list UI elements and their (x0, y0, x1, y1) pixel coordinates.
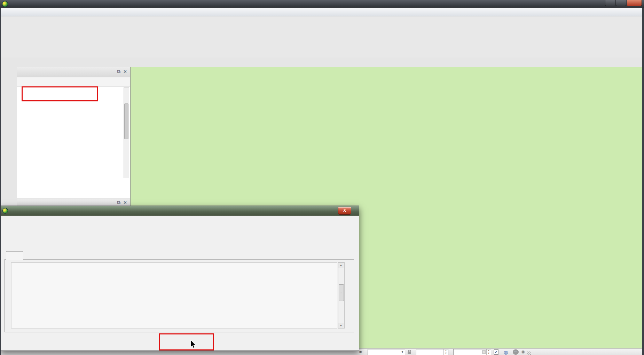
magnifier-input[interactable]: ▲▼ (416, 349, 448, 355)
spinner-icon[interactable]: ▲▼ (443, 349, 448, 355)
maximize-button[interactable] (616, 0, 626, 6)
float-panel-icon[interactable]: ⧉ (117, 200, 120, 206)
close-window-button[interactable] (627, 0, 642, 6)
news-icon[interactable]: ✺ (521, 349, 525, 355)
window-titlebar (0, 0, 644, 8)
scroll-down-icon[interactable]: ▼ (338, 323, 344, 328)
annotation-box-select-button (159, 333, 214, 350)
toolbar-area (1, 16, 642, 57)
tab-baum[interactable] (6, 251, 23, 260)
scroll-up-icon[interactable]: ▲ (338, 263, 344, 268)
window-border-right (642, 8, 644, 355)
menubar (1, 8, 642, 16)
resize-grip[interactable] (527, 352, 531, 355)
chevron-down-icon: ▼ (401, 350, 404, 354)
panel-scrollbar[interactable] (124, 87, 129, 178)
qgis-logo-icon (2, 208, 8, 214)
window-border-left (0, 8, 1, 355)
float-panel-icon[interactable]: ⧉ (117, 69, 120, 75)
messages-icon[interactable]: ··· (513, 349, 519, 355)
dialog-scrollbar[interactable]: ▲ ≡ ▼ (338, 262, 345, 329)
scroll-thumb[interactable]: ≡ (339, 284, 344, 301)
spinner-icon[interactable]: ▲▼ (486, 349, 491, 355)
render-checkbox[interactable]: ✔ (494, 349, 499, 355)
rotation-input[interactable]: ✕ ▲▼ (453, 349, 491, 355)
manage-layers-toolbar (1, 57, 16, 206)
crs-globe-icon[interactable]: ◍ (504, 349, 508, 355)
layers-panel-header: ⧉ ✕ (17, 67, 130, 77)
qgis-logo-icon (2, 1, 8, 7)
scale-combo[interactable]: ▼ (368, 349, 405, 355)
tab-panel: ▲ ≡ ▼ (5, 259, 354, 332)
clear-icon[interactable]: ✕ (482, 350, 486, 354)
minimize-button[interactable] (605, 0, 615, 6)
close-panel-icon[interactable]: ✕ (123, 200, 127, 206)
select-by-value-dialog: X ▲ ≡ ▼ (0, 206, 359, 351)
close-panel-icon[interactable]: ✕ (123, 69, 127, 75)
dialog-close-icon[interactable]: X (338, 207, 351, 215)
dialog-titlebar (0, 206, 359, 216)
layers-panel: ⧉ ✕ (17, 67, 130, 199)
lock-scale-icon[interactable] (408, 352, 411, 354)
locator-pen-icon[interactable]: ✒ (359, 349, 363, 355)
